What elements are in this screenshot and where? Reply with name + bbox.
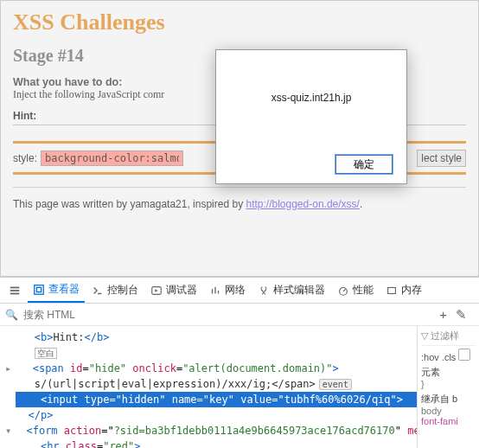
tab-inspector-label: 查看器 [48,282,80,297]
inspector-tools: + ✎ [439,307,474,323]
dom-line[interactable]: s/(url|script|eval|expression)/xxx/ig;</… [16,376,417,392]
svg-rect-0 [10,286,20,288]
devtools-panel: 查看器 控制台 调试器 网络 样式编辑器 性能 内存 🔍 + ✎ <b>Hint… [0,277,479,448]
rule-font[interactable]: font-fami [421,416,476,426]
select-style-button[interactable]: lect style [417,150,466,167]
html-search-row: 🔍 + ✎ [0,304,479,326]
tok: Hint: [53,331,84,343]
perf-icon [337,285,349,297]
styles-icon [258,285,270,297]
network-icon [209,285,221,297]
debugger-icon [150,285,163,297]
svg-rect-2 [10,292,20,294]
page-title: XSS Challenges [13,10,466,35]
tab-console-label: 控制台 [107,283,138,298]
brace: } [421,379,476,389]
devtools-main: <b>Hint:</b> 空白 <span id="hide" onclick=… [0,326,479,448]
tab-memory[interactable]: 内存 [380,278,427,303]
inspector-icon [33,284,45,296]
tab-console[interactable]: 控制台 [86,278,144,303]
dom-line[interactable]: </p> [16,407,417,423]
tab-network[interactable]: 网络 [204,278,251,303]
footer-link[interactable]: http://blogged-on.de/xss/ [246,198,359,210]
tab-inspector[interactable]: 查看器 [28,278,85,303]
tok: </p> [28,409,53,421]
memory-icon [386,285,398,297]
dom-line-selected[interactable]: <input type="hidden" name="key" value="t… [16,392,417,407]
tok: ?sid=ba3bf1debb0111a4e9b6645973ace176acd… [114,425,395,437]
svg-rect-3 [35,285,44,294]
alert-ok-button[interactable]: 确定 [335,155,393,174]
dom-line[interactable]: 空白 [16,345,417,361]
dom-line[interactable]: <b>Hint:</b> [16,330,417,345]
rule-body[interactable]: body [421,406,476,416]
eyedropper-icon[interactable]: ✎ [456,307,467,323]
tab-network-label: 网络 [225,283,246,298]
add-node-icon[interactable]: + [439,307,447,323]
search-icon: 🔍 [5,309,18,321]
toolbox-menu[interactable] [3,278,26,303]
dom-line[interactable]: <span id="hide" onclick="alert(document.… [16,361,417,376]
tok: </b> [85,331,110,343]
tab-debugger[interactable]: 调试器 [145,278,202,303]
devtools-tabbar: 查看器 控制台 调试器 网络 样式编辑器 性能 内存 [0,278,479,304]
alert-buttons: 确定 [216,145,406,183]
dom-line[interactable]: <form action="?sid=ba3bf1debb0111a4e9b66… [16,423,417,438]
event-badge[interactable]: event [319,379,352,390]
svg-rect-7 [388,287,396,293]
svg-rect-4 [36,287,41,291]
style-label: style: [13,152,37,164]
filter-row: ▽ 过滤样 [421,330,476,346]
svg-rect-1 [10,290,20,291]
whitespace-badge: 空白 [35,348,57,359]
hov-toggle[interactable]: :hov .cls [421,349,476,362]
tab-styles-label: 样式编辑器 [273,283,325,298]
tab-perf-label: 性能 [353,283,374,298]
section-inherited: 继承自 b [421,393,476,406]
dom-line[interactable]: <hr class="red"> [16,438,417,448]
console-icon [92,285,104,297]
styles-sidepane: ▽ 过滤样 :hov .cls 元素 } 继承自 b body font-fam… [417,326,479,448]
dom-tree[interactable]: <b>Hint:</b> 空白 <span id="hide" onclick=… [0,326,417,448]
style-input[interactable] [41,150,183,166]
tok: <b> [35,331,54,343]
footer: This page was written by yamagata21, ins… [13,187,466,210]
footer-suffix: . [360,198,362,210]
section-element: 元素 [421,366,476,379]
html-search-input[interactable] [23,309,434,321]
filter-label: 过滤样 [431,330,459,342]
challenge-page: XSS Challenges Stage #14 What you have t… [0,0,479,277]
alert-dialog: xss-quiz.int21h.jp 确定 [215,49,407,184]
tab-memory-label: 内存 [401,283,422,298]
alert-message: xss-quiz.int21h.jp [216,50,406,145]
tab-debugger-label: 调试器 [166,283,197,298]
footer-text: This page was written by yamagata21, ins… [13,198,246,210]
tok: s/(url|script|eval|expression)/xxx/ig;</… [35,378,316,390]
tab-styles[interactable]: 样式编辑器 [252,278,330,303]
menu-icon [9,285,21,297]
cls-box-icon[interactable] [458,349,470,361]
funnel-icon: ▽ [421,330,428,342]
tab-perf[interactable]: 性能 [332,278,379,303]
